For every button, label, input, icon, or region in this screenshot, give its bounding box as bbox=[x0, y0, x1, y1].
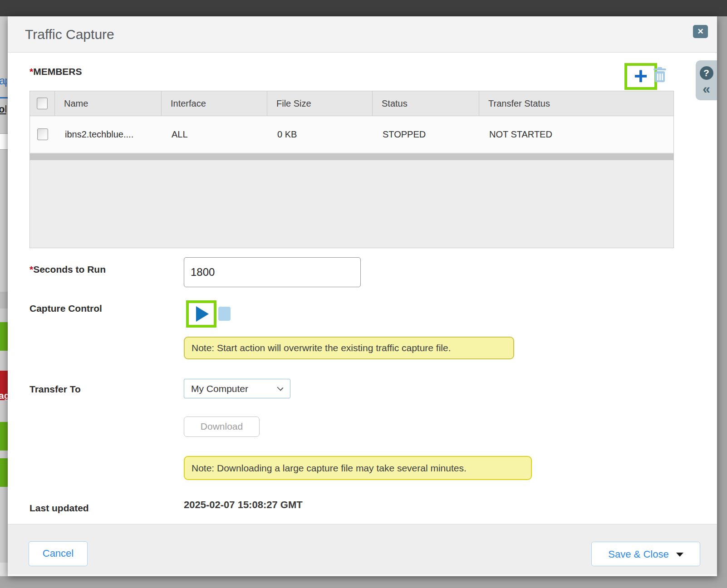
row-checkbox[interactable] bbox=[37, 128, 48, 140]
transfer-to-select[interactable]: My Computer bbox=[184, 379, 290, 398]
start-capture-icon[interactable] bbox=[196, 306, 209, 322]
table-horizontal-scrollbar[interactable] bbox=[30, 153, 673, 160]
download-button[interactable]: Download bbox=[184, 416, 260, 437]
side-help-panel: ? « bbox=[696, 60, 717, 100]
cell-interface: ALL bbox=[162, 129, 267, 140]
traffic-capture-dialog: Traffic Capture ✕ *MEMBERS + ? « Name In… bbox=[8, 16, 717, 576]
select-all-cell bbox=[30, 91, 55, 116]
column-header-interface[interactable]: Interface bbox=[162, 91, 267, 116]
row-checkbox-cell bbox=[30, 128, 55, 140]
add-member-icon[interactable]: + bbox=[634, 67, 648, 85]
save-and-close-label: Save & Close bbox=[608, 543, 668, 566]
help-icon[interactable]: ? bbox=[700, 66, 713, 80]
collapse-panel-icon[interactable]: « bbox=[702, 83, 710, 94]
members-table: Name Interface File Size Status Transfer… bbox=[29, 91, 674, 248]
column-header-transfer-status[interactable]: Transfer Status bbox=[479, 91, 673, 116]
browser-top-bar bbox=[0, 0, 727, 16]
cell-status: STOPPED bbox=[373, 129, 479, 140]
background-page-strip: ap ol ag bbox=[0, 16, 8, 576]
stop-capture-icon[interactable] bbox=[218, 307, 231, 321]
dialog-footer: Cancel Save & Close bbox=[8, 524, 717, 576]
column-header-file-size[interactable]: File Size bbox=[267, 91, 373, 116]
save-and-close-button[interactable]: Save & Close bbox=[591, 542, 700, 566]
required-asterisk: * bbox=[29, 66, 33, 77]
delete-member-icon[interactable] bbox=[653, 67, 667, 83]
background-input-fragment bbox=[0, 133, 8, 150]
background-red-badge: ag bbox=[0, 371, 8, 400]
dialog-header: Traffic Capture ✕ bbox=[8, 16, 717, 53]
last-updated-value: 2025-02-07 15:08:27 GMT bbox=[184, 499, 303, 511]
last-updated-label: Last updated bbox=[29, 503, 89, 514]
background-link-fragment: ap bbox=[0, 74, 7, 90]
background-green-row bbox=[0, 422, 8, 451]
members-table-header: Name Interface File Size Status Transfer… bbox=[30, 91, 673, 116]
background-heading-fragment: ol bbox=[0, 103, 6, 117]
members-label: *MEMBERS bbox=[29, 66, 82, 77]
select-all-checkbox[interactable] bbox=[37, 98, 48, 109]
table-row[interactable]: ibns2.techblue.... ALL 0 KB STOPPED NOT … bbox=[30, 116, 673, 152]
chevron-down-icon bbox=[277, 384, 283, 391]
highlight-play-button-annotation bbox=[186, 300, 216, 328]
dropdown-caret-icon[interactable] bbox=[676, 553, 683, 557]
seconds-to-run-input[interactable] bbox=[184, 257, 361, 287]
cell-transfer-status: NOT STARTED bbox=[479, 129, 673, 140]
cell-member-name: ibns2.techblue.... bbox=[55, 129, 162, 140]
column-header-status[interactable]: Status bbox=[373, 91, 479, 116]
seconds-to-run-label: *Seconds to Run bbox=[29, 264, 106, 275]
required-asterisk: * bbox=[29, 264, 33, 274]
background-green-row bbox=[0, 322, 8, 351]
start-overwrite-note: Note: Start action will overwrite the ex… bbox=[184, 337, 514, 359]
cell-file-size: 0 KB bbox=[267, 129, 373, 140]
dialog-title: Traffic Capture bbox=[25, 16, 114, 53]
background-toolbar-fragment bbox=[0, 292, 8, 309]
background-tab-underline bbox=[0, 97, 8, 98]
background-footer-fragment bbox=[0, 563, 8, 576]
transfer-to-label: Transfer To bbox=[29, 384, 81, 395]
cancel-button[interactable]: Cancel bbox=[29, 541, 88, 566]
background-green-row bbox=[0, 458, 8, 487]
close-icon[interactable]: ✕ bbox=[693, 25, 708, 38]
column-header-name[interactable]: Name bbox=[55, 91, 162, 116]
capture-control-label: Capture Control bbox=[29, 303, 102, 314]
transfer-to-value: My Computer bbox=[191, 383, 248, 394]
download-duration-note: Note: Downloading a large capture file m… bbox=[184, 456, 532, 480]
